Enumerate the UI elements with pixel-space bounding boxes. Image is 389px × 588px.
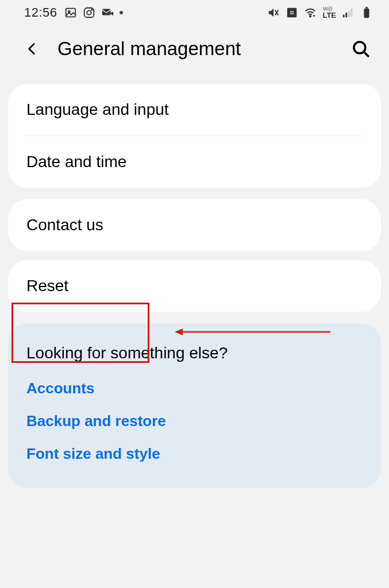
svg-rect-15 — [365, 7, 368, 9]
suggestion-link-backup-restore[interactable]: Backup and restore — [26, 412, 363, 430]
svg-rect-13 — [351, 9, 353, 18]
svg-rect-5 — [102, 9, 110, 16]
svg-rect-14 — [364, 9, 369, 18]
header: General management — [0, 24, 389, 74]
menu-item-reset[interactable]: Reset — [8, 260, 381, 312]
status-bar: 12:56 Vo))LTE — [0, 0, 389, 24]
suggestions-title: Looking for something else? — [26, 344, 363, 362]
more-icon — [120, 11, 123, 14]
mute-icon — [267, 6, 280, 19]
wifi-icon — [304, 6, 317, 19]
email-icon — [101, 6, 114, 19]
svg-line-17 — [364, 52, 368, 56]
data-saver-icon — [286, 6, 298, 19]
svg-rect-10 — [343, 15, 345, 18]
settings-group-1: Language and input Date and time — [8, 84, 381, 188]
suggestions-panel: Looking for something else? Accounts Bac… — [8, 323, 381, 488]
status-time: 12:56 — [24, 5, 57, 20]
settings-group-3: Reset — [8, 260, 381, 312]
page-title: General management — [57, 38, 335, 60]
battery-icon — [360, 6, 373, 19]
menu-item-language-input[interactable]: Language and input — [8, 84, 381, 136]
signal-icon — [342, 6, 355, 19]
chevron-left-icon — [25, 41, 40, 56]
svg-point-3 — [87, 10, 91, 14]
search-icon — [351, 39, 371, 59]
menu-item-date-time[interactable]: Date and time — [8, 136, 381, 188]
back-button[interactable] — [21, 37, 44, 60]
svg-rect-12 — [348, 10, 350, 17]
suggestion-link-accounts[interactable]: Accounts — [26, 380, 363, 397]
gallery-icon — [64, 6, 77, 19]
instagram-icon — [83, 6, 95, 19]
search-button[interactable] — [349, 37, 373, 61]
svg-point-9 — [310, 16, 311, 17]
suggestion-link-font-size-style[interactable]: Font size and style — [26, 445, 363, 463]
settings-group-2: Contact us — [8, 199, 381, 251]
volte-icon: Vo))LTE — [322, 6, 336, 19]
menu-item-contact-us[interactable]: Contact us — [8, 199, 381, 251]
svg-point-4 — [91, 9, 93, 10]
svg-rect-11 — [345, 13, 347, 17]
